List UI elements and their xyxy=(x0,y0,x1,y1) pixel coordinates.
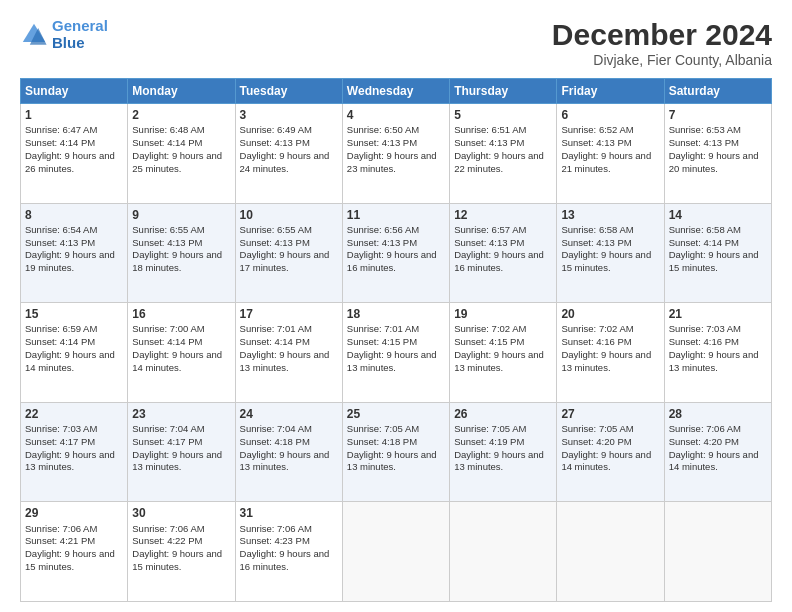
calendar-cell: 16Sunrise: 7:00 AMSunset: 4:14 PMDayligh… xyxy=(128,303,235,403)
col-header-monday: Monday xyxy=(128,79,235,104)
calendar-cell: 29Sunrise: 7:06 AMSunset: 4:21 PMDayligh… xyxy=(21,502,128,602)
calendar-week-row: 8Sunrise: 6:54 AMSunset: 4:13 PMDaylight… xyxy=(21,203,772,303)
calendar-cell: 20Sunrise: 7:02 AMSunset: 4:16 PMDayligh… xyxy=(557,303,664,403)
day-number: 18 xyxy=(347,306,445,322)
calendar-cell: 2Sunrise: 6:48 AMSunset: 4:14 PMDaylight… xyxy=(128,104,235,204)
daylight-text: Daylight: 9 hours and 13 minutes. xyxy=(240,349,330,373)
daylight-text: Daylight: 9 hours and 19 minutes. xyxy=(25,249,115,273)
sunrise-text: Sunrise: 7:05 AM xyxy=(454,423,526,434)
day-number: 6 xyxy=(561,107,659,123)
daylight-text: Daylight: 9 hours and 22 minutes. xyxy=(454,150,544,174)
daylight-text: Daylight: 9 hours and 15 minutes. xyxy=(25,548,115,572)
day-number: 8 xyxy=(25,207,123,223)
sunset-text: Sunset: 4:21 PM xyxy=(25,535,95,546)
calendar-cell: 31Sunrise: 7:06 AMSunset: 4:23 PMDayligh… xyxy=(235,502,342,602)
calendar-week-row: 22Sunrise: 7:03 AMSunset: 4:17 PMDayligh… xyxy=(21,402,772,502)
daylight-text: Daylight: 9 hours and 13 minutes. xyxy=(454,349,544,373)
day-number: 27 xyxy=(561,406,659,422)
sunset-text: Sunset: 4:17 PM xyxy=(25,436,95,447)
sunrise-text: Sunrise: 6:52 AM xyxy=(561,124,633,135)
sunset-text: Sunset: 4:14 PM xyxy=(25,137,95,148)
sunrise-text: Sunrise: 7:05 AM xyxy=(561,423,633,434)
sunset-text: Sunset: 4:14 PM xyxy=(132,336,202,347)
sunrise-text: Sunrise: 7:00 AM xyxy=(132,323,204,334)
sunset-text: Sunset: 4:16 PM xyxy=(669,336,739,347)
calendar-cell: 9Sunrise: 6:55 AMSunset: 4:13 PMDaylight… xyxy=(128,203,235,303)
sunset-text: Sunset: 4:17 PM xyxy=(132,436,202,447)
day-number: 25 xyxy=(347,406,445,422)
daylight-text: Daylight: 9 hours and 14 minutes. xyxy=(132,349,222,373)
daylight-text: Daylight: 9 hours and 13 minutes. xyxy=(240,449,330,473)
logo-text: General Blue xyxy=(52,18,108,51)
day-number: 22 xyxy=(25,406,123,422)
sunset-text: Sunset: 4:13 PM xyxy=(669,137,739,148)
sunset-text: Sunset: 4:20 PM xyxy=(561,436,631,447)
sunset-text: Sunset: 4:13 PM xyxy=(240,237,310,248)
sunrise-text: Sunrise: 6:49 AM xyxy=(240,124,312,135)
sunset-text: Sunset: 4:18 PM xyxy=(347,436,417,447)
day-number: 29 xyxy=(25,505,123,521)
daylight-text: Daylight: 9 hours and 13 minutes. xyxy=(347,349,437,373)
calendar-cell xyxy=(450,502,557,602)
daylight-text: Daylight: 9 hours and 13 minutes. xyxy=(561,349,651,373)
calendar-cell: 5Sunrise: 6:51 AMSunset: 4:13 PMDaylight… xyxy=(450,104,557,204)
calendar-cell xyxy=(557,502,664,602)
day-number: 14 xyxy=(669,207,767,223)
day-number: 23 xyxy=(132,406,230,422)
subtitle: Divjake, Fier County, Albania xyxy=(552,52,772,68)
calendar-cell xyxy=(342,502,449,602)
sunrise-text: Sunrise: 7:04 AM xyxy=(132,423,204,434)
sunrise-text: Sunrise: 6:51 AM xyxy=(454,124,526,135)
page: General Blue December 2024 Divjake, Fier… xyxy=(0,0,792,612)
day-number: 21 xyxy=(669,306,767,322)
calendar-cell: 13Sunrise: 6:58 AMSunset: 4:13 PMDayligh… xyxy=(557,203,664,303)
sunrise-text: Sunrise: 7:06 AM xyxy=(240,523,312,534)
day-number: 9 xyxy=(132,207,230,223)
sunset-text: Sunset: 4:13 PM xyxy=(240,137,310,148)
daylight-text: Daylight: 9 hours and 13 minutes. xyxy=(132,449,222,473)
header: General Blue December 2024 Divjake, Fier… xyxy=(20,18,772,68)
daylight-text: Daylight: 9 hours and 16 minutes. xyxy=(347,249,437,273)
sunset-text: Sunset: 4:13 PM xyxy=(132,237,202,248)
sunset-text: Sunset: 4:22 PM xyxy=(132,535,202,546)
calendar-cell: 17Sunrise: 7:01 AMSunset: 4:14 PMDayligh… xyxy=(235,303,342,403)
sunrise-text: Sunrise: 7:02 AM xyxy=(454,323,526,334)
sunrise-text: Sunrise: 6:55 AM xyxy=(132,224,204,235)
day-number: 31 xyxy=(240,505,338,521)
sunrise-text: Sunrise: 7:01 AM xyxy=(347,323,419,334)
sunrise-text: Sunrise: 6:47 AM xyxy=(25,124,97,135)
sunset-text: Sunset: 4:23 PM xyxy=(240,535,310,546)
sunset-text: Sunset: 4:13 PM xyxy=(561,137,631,148)
day-number: 16 xyxy=(132,306,230,322)
calendar-cell: 23Sunrise: 7:04 AMSunset: 4:17 PMDayligh… xyxy=(128,402,235,502)
calendar-cell: 25Sunrise: 7:05 AMSunset: 4:18 PMDayligh… xyxy=(342,402,449,502)
sunrise-text: Sunrise: 7:03 AM xyxy=(25,423,97,434)
daylight-text: Daylight: 9 hours and 13 minutes. xyxy=(25,449,115,473)
sunrise-text: Sunrise: 7:06 AM xyxy=(132,523,204,534)
calendar-cell: 18Sunrise: 7:01 AMSunset: 4:15 PMDayligh… xyxy=(342,303,449,403)
sunset-text: Sunset: 4:13 PM xyxy=(454,137,524,148)
daylight-text: Daylight: 9 hours and 15 minutes. xyxy=(669,249,759,273)
daylight-text: Daylight: 9 hours and 26 minutes. xyxy=(25,150,115,174)
day-number: 5 xyxy=(454,107,552,123)
daylight-text: Daylight: 9 hours and 13 minutes. xyxy=(347,449,437,473)
sunset-text: Sunset: 4:13 PM xyxy=(347,237,417,248)
daylight-text: Daylight: 9 hours and 14 minutes. xyxy=(25,349,115,373)
daylight-text: Daylight: 9 hours and 13 minutes. xyxy=(454,449,544,473)
col-header-tuesday: Tuesday xyxy=(235,79,342,104)
calendar-week-row: 15Sunrise: 6:59 AMSunset: 4:14 PMDayligh… xyxy=(21,303,772,403)
title-block: December 2024 Divjake, Fier County, Alba… xyxy=(552,18,772,68)
calendar-cell: 7Sunrise: 6:53 AMSunset: 4:13 PMDaylight… xyxy=(664,104,771,204)
calendar-cell: 11Sunrise: 6:56 AMSunset: 4:13 PMDayligh… xyxy=(342,203,449,303)
sunrise-text: Sunrise: 6:56 AM xyxy=(347,224,419,235)
daylight-text: Daylight: 9 hours and 16 minutes. xyxy=(240,548,330,572)
sunset-text: Sunset: 4:14 PM xyxy=(132,137,202,148)
sunrise-text: Sunrise: 6:53 AM xyxy=(669,124,741,135)
sunset-text: Sunset: 4:14 PM xyxy=(240,336,310,347)
calendar-cell: 27Sunrise: 7:05 AMSunset: 4:20 PMDayligh… xyxy=(557,402,664,502)
sunrise-text: Sunrise: 6:50 AM xyxy=(347,124,419,135)
calendar-header-row: SundayMondayTuesdayWednesdayThursdayFrid… xyxy=(21,79,772,104)
day-number: 26 xyxy=(454,406,552,422)
day-number: 19 xyxy=(454,306,552,322)
sunrise-text: Sunrise: 6:54 AM xyxy=(25,224,97,235)
